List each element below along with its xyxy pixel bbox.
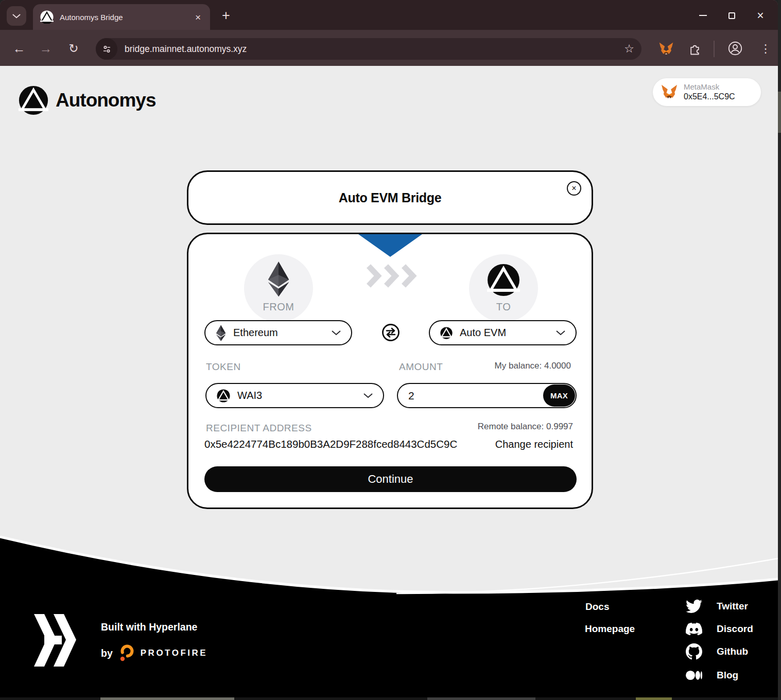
continue-button[interactable]: Continue bbox=[204, 466, 577, 492]
back-button[interactable]: ← bbox=[8, 38, 30, 59]
swap-direction-button[interactable] bbox=[381, 323, 400, 342]
twitter-icon bbox=[686, 598, 702, 615]
chevron-down-icon bbox=[363, 393, 373, 398]
built-with-text: Built with Hyperlane bbox=[101, 621, 197, 633]
window-minimize-button[interactable] bbox=[688, 3, 717, 28]
token-value: WAI3 bbox=[237, 390, 356, 401]
window-controls: × bbox=[688, 3, 775, 28]
medium-blog-icon bbox=[686, 667, 702, 684]
site-settings-icon[interactable] bbox=[96, 38, 117, 60]
recipient-label: RECIPIENT ADDRESS bbox=[206, 423, 312, 434]
amount-label: AMOUNT bbox=[399, 361, 443, 373]
bridge-form-card: FROM TO Ethereum bbox=[187, 233, 593, 509]
footer-curve bbox=[0, 536, 778, 697]
profile-icon[interactable] bbox=[728, 41, 742, 56]
amount-input[interactable] bbox=[398, 384, 537, 407]
protofire-icon bbox=[118, 644, 135, 662]
discord-icon bbox=[686, 621, 702, 637]
wallet-badge[interactable]: MetaMask 0x5E4...5C9C bbox=[653, 78, 761, 106]
github-icon bbox=[686, 643, 702, 660]
change-recipient-link[interactable]: Change recipient bbox=[495, 439, 573, 450]
from-label: FROM bbox=[244, 301, 313, 313]
browser-tab[interactable]: Autonomys Bridge × bbox=[33, 4, 210, 30]
metamask-extension-icon[interactable] bbox=[659, 42, 673, 56]
extensions-puzzle-icon[interactable] bbox=[688, 42, 701, 55]
protofire-name: PROTOFIRE bbox=[141, 648, 207, 658]
recipient-address: 0x5e4224774Bc189b0B3A2D9F288fced8443Cd5C… bbox=[204, 438, 457, 450]
wallet-address: 0x5E4...5C9C bbox=[684, 92, 735, 102]
forward-button[interactable]: → bbox=[35, 38, 57, 59]
desktop-edge-bottom bbox=[0, 697, 778, 700]
ethereum-icon bbox=[216, 325, 226, 341]
screenshot-root: Autonomys Bridge × + × ← → ↻ bbox=[0, 0, 781, 700]
new-tab-button[interactable]: + bbox=[217, 7, 235, 24]
footer-link-docs[interactable]: Docs bbox=[585, 601, 609, 612]
bookmark-star-icon[interactable]: ☆ bbox=[624, 42, 634, 56]
protofire-credit[interactable]: by PROTOFIRE bbox=[101, 644, 207, 662]
token-wai3-icon bbox=[217, 389, 230, 402]
from-network-select[interactable]: Ethereum bbox=[204, 320, 352, 345]
my-balance: My balance: 4.0000 bbox=[495, 361, 571, 371]
modal-close-button[interactable]: × bbox=[567, 181, 581, 196]
to-network-select[interactable]: Auto EVM bbox=[429, 320, 577, 345]
token-label: TOKEN bbox=[206, 361, 241, 373]
url-bar[interactable]: bridge.mainnet.autonomys.xyz ☆ bbox=[96, 38, 641, 60]
url-text: bridge.mainnet.autonomys.xyz bbox=[125, 44, 624, 55]
brand-name: Autonomys bbox=[56, 90, 156, 111]
wallet-name: MetaMask bbox=[684, 82, 735, 92]
footer-link-github[interactable]: Github bbox=[686, 643, 748, 660]
tab-strip: Autonomys Bridge × + × bbox=[0, 0, 778, 30]
window-maximize-button[interactable] bbox=[717, 3, 746, 28]
chevron-down-icon bbox=[332, 330, 341, 336]
ethereum-icon bbox=[267, 261, 290, 297]
token-select[interactable]: WAI3 bbox=[205, 383, 384, 408]
footer-link-homepage[interactable]: Homepage bbox=[585, 623, 635, 635]
remote-balance: Remote balance: 0.9997 bbox=[478, 422, 573, 432]
browser-window: Autonomys Bridge × + × ← → ↻ bbox=[0, 0, 778, 697]
metamask-fox-icon bbox=[661, 84, 678, 100]
chevron-down-icon bbox=[556, 330, 565, 336]
bridge-title: Auto EVM Bridge bbox=[339, 190, 442, 205]
autonomys-logo-icon bbox=[19, 85, 48, 115]
autonomys-brand[interactable]: Autonomys bbox=[19, 85, 156, 115]
pointer-triangle bbox=[358, 234, 422, 257]
window-close-button[interactable]: × bbox=[746, 3, 775, 28]
footer-link-blog[interactable]: Blog bbox=[686, 667, 738, 684]
to-network-value: Auto EVM bbox=[460, 327, 549, 339]
auto-evm-icon bbox=[487, 264, 520, 296]
toolbar-divider bbox=[714, 41, 715, 57]
by-text: by bbox=[101, 647, 113, 659]
from-network-value: Ethereum bbox=[233, 327, 324, 339]
footer-link-twitter[interactable]: Twitter bbox=[686, 598, 748, 615]
tab-title: Autonomys Bridge bbox=[60, 13, 193, 22]
tab-favicon-autonomys-icon bbox=[40, 10, 54, 24]
bridge-header-card: Auto EVM Bridge × bbox=[187, 170, 593, 225]
hyperlane-logo-icon bbox=[32, 613, 77, 668]
footer-link-discord[interactable]: Discord bbox=[686, 621, 753, 637]
page-content: Autonomys MetaMask 0x5E4...5C9C Auto EVM… bbox=[0, 66, 778, 697]
tab-search-button[interactable] bbox=[7, 6, 26, 26]
direction-chevrons-icon bbox=[366, 264, 419, 288]
reload-button[interactable]: ↻ bbox=[63, 38, 84, 59]
auto-evm-icon bbox=[440, 327, 453, 339]
tab-close-icon[interactable]: × bbox=[193, 11, 203, 23]
to-label: TO bbox=[469, 301, 538, 313]
max-button[interactable]: MAX bbox=[543, 384, 575, 407]
desktop-edge-right bbox=[778, 0, 781, 700]
amount-field: MAX bbox=[397, 383, 577, 408]
page-footer: Built with Hyperlane by PROTOFIRE Docs H… bbox=[0, 536, 778, 697]
browser-menu-kebab-icon[interactable]: ⋮ bbox=[758, 41, 773, 57]
